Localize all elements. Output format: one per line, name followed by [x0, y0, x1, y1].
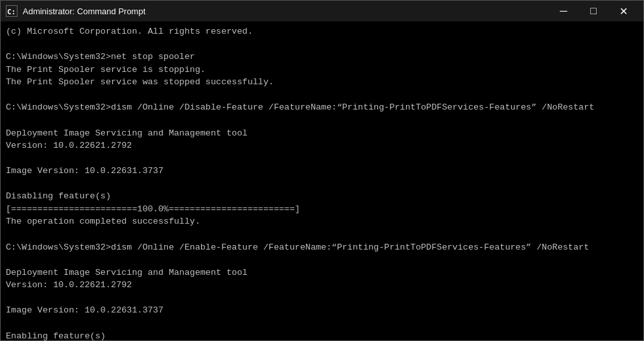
- console-line: [6, 178, 638, 191]
- console-line: The Print Spooler service is stopping.: [6, 64, 638, 76]
- close-button[interactable]: ✕: [608, 1, 638, 21]
- window-controls: ─ □ ✕: [549, 1, 638, 21]
- console-line: [6, 38, 638, 51]
- console-line: [6, 228, 638, 241]
- console-line: (c) Microsoft Corporation. All rights re…: [6, 25, 638, 38]
- maximize-button[interactable]: □: [578, 1, 608, 21]
- console-line: Enabling feature(s): [6, 330, 638, 341]
- title-bar: C: Administrator: Command Prompt ─ □ ✕: [1, 1, 643, 21]
- console-line: [========================100.0%=========…: [6, 203, 638, 216]
- console-line: Deployment Image Servicing and Managemen…: [6, 127, 638, 140]
- cmd-icon: C:: [6, 5, 18, 17]
- console-line: Version: 10.0.22621.2792: [6, 139, 638, 152]
- console-line: [6, 89, 638, 102]
- console-line: Version: 10.0.22621.2792: [6, 279, 638, 292]
- console-line: [6, 292, 638, 305]
- console-line: Image Version: 10.0.22631.3737: [6, 165, 638, 178]
- console-line: Image Version: 10.0.22631.3737: [6, 304, 638, 317]
- console-line: The operation completed successfully.: [6, 215, 638, 228]
- console-line: Deployment Image Servicing and Managemen…: [6, 266, 638, 279]
- console-line: [6, 152, 638, 165]
- console-line: C:\Windows\System32>dism /Online /Disabl…: [6, 101, 638, 114]
- minimize-button[interactable]: ─: [549, 1, 578, 21]
- console-line: [6, 317, 638, 330]
- svg-text:C:: C:: [7, 8, 16, 16]
- console-line: [6, 114, 638, 127]
- console-line: C:\Windows\System32>dism /Online /Enable…: [6, 241, 638, 254]
- window-title: Administrator: Command Prompt: [23, 6, 145, 16]
- console-line: Disabling feature(s): [6, 190, 638, 203]
- console-line: The Print Spooler service was stopped su…: [6, 76, 638, 89]
- console-line: C:\Windows\System32>net stop spooler: [6, 51, 638, 64]
- command-prompt-window: C: Administrator: Command Prompt ─ □ ✕ (…: [0, 0, 644, 341]
- console-line: [6, 253, 638, 266]
- title-bar-left: C: Administrator: Command Prompt: [6, 5, 145, 17]
- console-output[interactable]: (c) Microsoft Corporation. All rights re…: [1, 21, 643, 340]
